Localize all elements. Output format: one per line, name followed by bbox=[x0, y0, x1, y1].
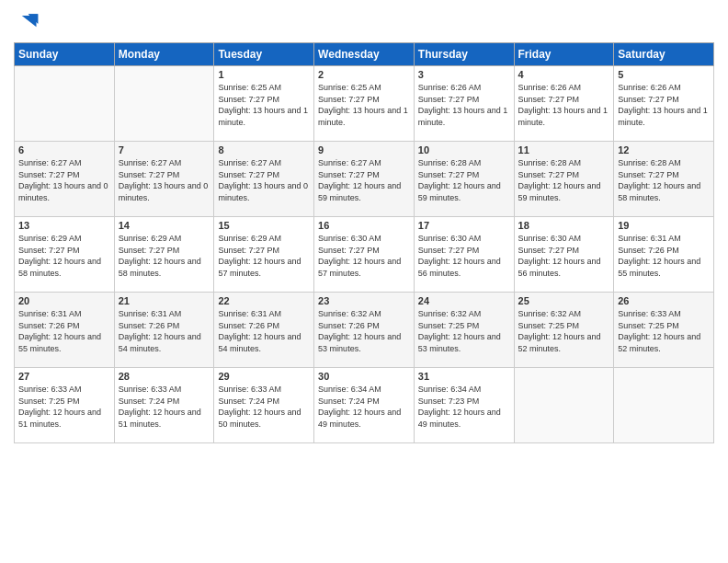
calendar-cell: 6Sunrise: 6:27 AM Sunset: 7:27 PM Daylig… bbox=[15, 142, 115, 217]
calendar-cell: 9Sunrise: 6:27 AM Sunset: 7:27 PM Daylig… bbox=[314, 142, 415, 217]
calendar-cell: 4Sunrise: 6:26 AM Sunset: 7:27 PM Daylig… bbox=[514, 66, 614, 142]
day-number: 21 bbox=[119, 295, 210, 306]
day-number: 7 bbox=[119, 144, 210, 155]
calendar-cell: 30Sunrise: 6:34 AM Sunset: 7:24 PM Dayli… bbox=[314, 368, 415, 443]
calendar-cell: 11Sunrise: 6:28 AM Sunset: 7:27 PM Dayli… bbox=[514, 142, 614, 217]
day-number: 10 bbox=[418, 144, 510, 155]
day-number: 14 bbox=[119, 220, 210, 231]
cell-info: Sunrise: 6:34 AM Sunset: 7:24 PM Dayligh… bbox=[318, 384, 410, 430]
day-number: 4 bbox=[518, 69, 610, 80]
day-number: 18 bbox=[518, 220, 610, 231]
day-number: 12 bbox=[618, 144, 710, 155]
weekday-header-saturday: Saturday bbox=[614, 43, 714, 66]
day-number: 22 bbox=[218, 295, 310, 306]
day-number: 8 bbox=[218, 144, 310, 155]
day-number: 31 bbox=[418, 371, 510, 382]
calendar-cell: 27Sunrise: 6:33 AM Sunset: 7:25 PM Dayli… bbox=[15, 368, 115, 443]
cell-info: Sunrise: 6:26 AM Sunset: 7:27 PM Dayligh… bbox=[518, 82, 610, 128]
cell-info: Sunrise: 6:32 AM Sunset: 7:25 PM Dayligh… bbox=[518, 308, 610, 354]
calendar-cell: 8Sunrise: 6:27 AM Sunset: 7:27 PM Daylig… bbox=[214, 142, 314, 217]
day-number: 30 bbox=[318, 371, 410, 382]
weekday-header-sunday: Sunday bbox=[15, 43, 115, 66]
cell-info: Sunrise: 6:33 AM Sunset: 7:24 PM Dayligh… bbox=[218, 384, 310, 430]
header bbox=[14, 9, 714, 35]
calendar-cell: 13Sunrise: 6:29 AM Sunset: 7:27 PM Dayli… bbox=[15, 217, 115, 293]
calendar-table: SundayMondayTuesdayWednesdayThursdayFrid… bbox=[14, 42, 714, 443]
day-number: 29 bbox=[218, 371, 310, 382]
day-number: 6 bbox=[18, 144, 110, 155]
logo-icon bbox=[14, 9, 40, 35]
calendar-cell bbox=[15, 66, 115, 142]
cell-info: Sunrise: 6:28 AM Sunset: 7:27 PM Dayligh… bbox=[518, 157, 610, 203]
day-number: 24 bbox=[418, 295, 510, 306]
cell-info: Sunrise: 6:31 AM Sunset: 7:26 PM Dayligh… bbox=[218, 308, 310, 354]
calendar-cell: 18Sunrise: 6:30 AM Sunset: 7:27 PM Dayli… bbox=[514, 217, 614, 293]
cell-info: Sunrise: 6:33 AM Sunset: 7:25 PM Dayligh… bbox=[618, 308, 710, 354]
cell-info: Sunrise: 6:28 AM Sunset: 7:27 PM Dayligh… bbox=[418, 157, 510, 203]
calendar-cell: 21Sunrise: 6:31 AM Sunset: 7:26 PM Dayli… bbox=[114, 293, 214, 368]
calendar-cell: 7Sunrise: 6:27 AM Sunset: 7:27 PM Daylig… bbox=[114, 142, 214, 217]
day-number: 20 bbox=[18, 295, 110, 306]
calendar-cell: 23Sunrise: 6:32 AM Sunset: 7:26 PM Dayli… bbox=[314, 293, 415, 368]
logo bbox=[14, 9, 43, 35]
weekday-header-monday: Monday bbox=[114, 43, 214, 66]
day-number: 15 bbox=[218, 220, 310, 231]
calendar-cell: 26Sunrise: 6:33 AM Sunset: 7:25 PM Dayli… bbox=[614, 293, 714, 368]
day-number: 26 bbox=[618, 295, 710, 306]
cell-info: Sunrise: 6:27 AM Sunset: 7:27 PM Dayligh… bbox=[18, 157, 110, 203]
calendar-cell: 2Sunrise: 6:25 AM Sunset: 7:27 PM Daylig… bbox=[314, 66, 415, 142]
day-number: 19 bbox=[618, 220, 710, 231]
weekday-header-row: SundayMondayTuesdayWednesdayThursdayFrid… bbox=[15, 43, 714, 66]
calendar-cell: 22Sunrise: 6:31 AM Sunset: 7:26 PM Dayli… bbox=[214, 293, 314, 368]
week-row-2: 6Sunrise: 6:27 AM Sunset: 7:27 PM Daylig… bbox=[15, 142, 714, 217]
calendar-cell: 10Sunrise: 6:28 AM Sunset: 7:27 PM Dayli… bbox=[414, 142, 514, 217]
cell-info: Sunrise: 6:30 AM Sunset: 7:27 PM Dayligh… bbox=[318, 233, 410, 279]
cell-info: Sunrise: 6:33 AM Sunset: 7:24 PM Dayligh… bbox=[119, 384, 210, 430]
calendar-cell: 24Sunrise: 6:32 AM Sunset: 7:25 PM Dayli… bbox=[414, 293, 514, 368]
day-number: 11 bbox=[518, 144, 610, 155]
weekday-header-tuesday: Tuesday bbox=[214, 43, 314, 66]
calendar-cell bbox=[114, 66, 214, 142]
calendar-cell: 15Sunrise: 6:29 AM Sunset: 7:27 PM Dayli… bbox=[214, 217, 314, 293]
day-number: 17 bbox=[418, 220, 510, 231]
day-number: 1 bbox=[218, 69, 310, 80]
calendar-cell: 5Sunrise: 6:26 AM Sunset: 7:27 PM Daylig… bbox=[614, 66, 714, 142]
week-row-3: 13Sunrise: 6:29 AM Sunset: 7:27 PM Dayli… bbox=[15, 217, 714, 293]
cell-info: Sunrise: 6:27 AM Sunset: 7:27 PM Dayligh… bbox=[218, 157, 310, 203]
cell-info: Sunrise: 6:31 AM Sunset: 7:26 PM Dayligh… bbox=[618, 233, 710, 279]
calendar-cell: 16Sunrise: 6:30 AM Sunset: 7:27 PM Dayli… bbox=[314, 217, 415, 293]
week-row-1: 1Sunrise: 6:25 AM Sunset: 7:27 PM Daylig… bbox=[15, 66, 714, 142]
page: SundayMondayTuesdayWednesdayThursdayFrid… bbox=[0, 0, 728, 563]
weekday-header-thursday: Thursday bbox=[414, 43, 514, 66]
calendar-cell: 12Sunrise: 6:28 AM Sunset: 7:27 PM Dayli… bbox=[614, 142, 714, 217]
calendar-cell: 28Sunrise: 6:33 AM Sunset: 7:24 PM Dayli… bbox=[114, 368, 214, 443]
calendar-cell bbox=[514, 368, 614, 443]
day-number: 23 bbox=[318, 295, 410, 306]
day-number: 28 bbox=[119, 371, 210, 382]
cell-info: Sunrise: 6:33 AM Sunset: 7:25 PM Dayligh… bbox=[18, 384, 110, 430]
week-row-5: 27Sunrise: 6:33 AM Sunset: 7:25 PM Dayli… bbox=[15, 368, 714, 443]
cell-info: Sunrise: 6:30 AM Sunset: 7:27 PM Dayligh… bbox=[418, 233, 510, 279]
cell-info: Sunrise: 6:26 AM Sunset: 7:27 PM Dayligh… bbox=[418, 82, 510, 128]
week-row-4: 20Sunrise: 6:31 AM Sunset: 7:26 PM Dayli… bbox=[15, 293, 714, 368]
cell-info: Sunrise: 6:25 AM Sunset: 7:27 PM Dayligh… bbox=[218, 82, 310, 128]
cell-info: Sunrise: 6:34 AM Sunset: 7:23 PM Dayligh… bbox=[418, 384, 510, 430]
day-number: 3 bbox=[418, 69, 510, 80]
cell-info: Sunrise: 6:29 AM Sunset: 7:27 PM Dayligh… bbox=[18, 233, 110, 279]
cell-info: Sunrise: 6:26 AM Sunset: 7:27 PM Dayligh… bbox=[618, 82, 710, 128]
calendar-cell: 17Sunrise: 6:30 AM Sunset: 7:27 PM Dayli… bbox=[414, 217, 514, 293]
day-number: 5 bbox=[618, 69, 710, 80]
calendar-cell: 25Sunrise: 6:32 AM Sunset: 7:25 PM Dayli… bbox=[514, 293, 614, 368]
day-number: 2 bbox=[318, 69, 410, 80]
cell-info: Sunrise: 6:29 AM Sunset: 7:27 PM Dayligh… bbox=[218, 233, 310, 279]
weekday-header-wednesday: Wednesday bbox=[314, 43, 415, 66]
day-number: 9 bbox=[318, 144, 410, 155]
cell-info: Sunrise: 6:31 AM Sunset: 7:26 PM Dayligh… bbox=[119, 308, 210, 354]
day-number: 25 bbox=[518, 295, 610, 306]
calendar-cell bbox=[614, 368, 714, 443]
cell-info: Sunrise: 6:29 AM Sunset: 7:27 PM Dayligh… bbox=[119, 233, 210, 279]
cell-info: Sunrise: 6:27 AM Sunset: 7:27 PM Dayligh… bbox=[318, 157, 410, 203]
cell-info: Sunrise: 6:31 AM Sunset: 7:26 PM Dayligh… bbox=[18, 308, 110, 354]
cell-info: Sunrise: 6:32 AM Sunset: 7:26 PM Dayligh… bbox=[318, 308, 410, 354]
cell-info: Sunrise: 6:30 AM Sunset: 7:27 PM Dayligh… bbox=[518, 233, 610, 279]
